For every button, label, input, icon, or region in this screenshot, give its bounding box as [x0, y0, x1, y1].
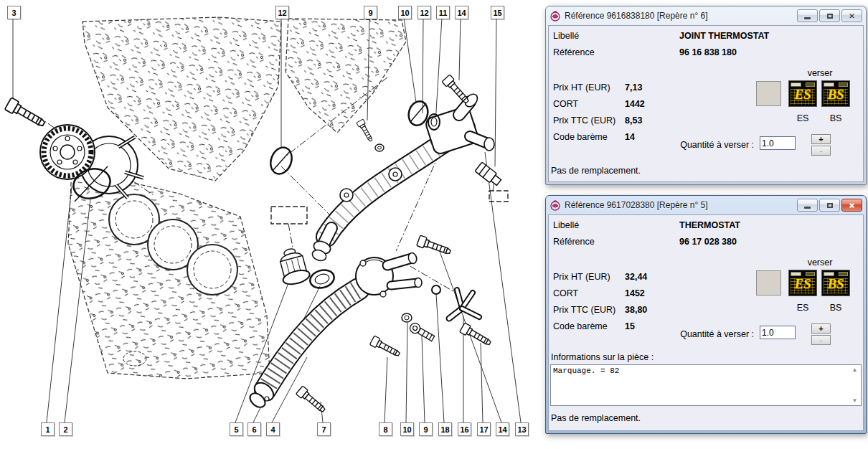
bs-icon[interactable]: BS — [821, 80, 850, 107]
callout-8[interactable]: 8 — [379, 422, 392, 436]
price-ht-value: 7,13 — [625, 82, 642, 93]
code-bareme-label: Code barème — [553, 321, 608, 331]
price-ttc-label: Prix TTC (EUR) — [553, 305, 615, 315]
bs-label: BS — [821, 113, 850, 123]
window-title: Référence 9617028380 [Repère n° 5] — [565, 200, 708, 210]
callout-4[interactable]: 4 — [266, 422, 280, 436]
close-button[interactable]: ✕ — [841, 199, 862, 212]
qty-input[interactable] — [760, 326, 796, 339]
three-way-fitting — [449, 290, 479, 318]
price-ttc-label: Prix TTC (EUR) — [553, 115, 615, 126]
window-controls: ✕ — [797, 199, 862, 212]
qty-minus-button[interactable]: - — [811, 146, 831, 156]
verser-label: verser — [787, 257, 853, 268]
price-ttc-value: 8,53 — [625, 115, 642, 126]
reference-dash-boxes — [271, 191, 508, 224]
callout-10[interactable]: 10 — [400, 422, 414, 436]
window-title: Référence 9616838180 [Repère n° 6] — [565, 11, 708, 21]
part-info-textarea[interactable]: Marquage. = 82 ▲ ▼ — [550, 364, 862, 406]
restore-button[interactable] — [819, 199, 840, 212]
qty-label: Quantité à verser : — [635, 329, 754, 339]
minimize-button[interactable] — [797, 199, 818, 212]
window-content: Libellé JOINT THERMOSTAT Référence 96 16… — [548, 25, 864, 182]
close-button[interactable]: ✕ — [841, 9, 862, 22]
restore-icon — [827, 203, 833, 208]
verser-label: verser — [787, 68, 853, 78]
scroll-up-icon[interactable]: ▲ — [850, 366, 859, 374]
price-ttc-value: 38,80 — [625, 305, 647, 315]
diagram-panel[interactable]: 3129101211141512564781091816171413 — [0, 0, 545, 449]
callout-15[interactable]: 15 — [491, 6, 504, 19]
app-icon — [549, 199, 561, 211]
callout-12[interactable]: 12 — [275, 6, 289, 19]
es-icon[interactable]: ES — [788, 80, 817, 107]
callout-1[interactable]: 1 — [41, 422, 55, 436]
no-replacement-text: Pas de remplacement. — [551, 166, 641, 176]
callout-10[interactable]: 10 — [398, 6, 412, 19]
qty-plus-button[interactable]: + — [811, 323, 831, 334]
part-info-text: Marquage. = 82 — [553, 367, 846, 375]
cort-label: CORT — [553, 288, 578, 298]
price-ht-label: Prix HT (EUR) — [553, 272, 610, 282]
callout-13[interactable]: 13 — [515, 422, 529, 436]
callout-18[interactable]: 18 — [438, 422, 452, 436]
reference-label: Référence — [553, 47, 595, 57]
bs-label: BS — [821, 303, 850, 313]
callout-16[interactable]: 16 — [458, 422, 471, 436]
price-ht-value: 32,44 — [625, 272, 647, 282]
minimize-button[interactable] — [797, 9, 818, 22]
callout-6[interactable]: 6 — [247, 422, 261, 436]
callout-3[interactable]: 3 — [7, 6, 21, 19]
es-icon[interactable]: ES — [788, 270, 817, 296]
callout-9[interactable]: 9 — [364, 6, 377, 19]
callout-12[interactable]: 12 — [418, 6, 431, 19]
callout-2[interactable]: 2 — [59, 422, 72, 436]
app-icon — [549, 10, 561, 22]
cort-value: 1442 — [625, 99, 645, 109]
callout-5[interactable]: 5 — [230, 422, 243, 436]
price-ht-label: Prix HT (EUR) — [553, 82, 610, 93]
washer — [402, 313, 412, 322]
dialog-window-thermostat: Référence 9617028380 [Repère n° 5] ✕ Lib… — [545, 195, 867, 434]
libelle-value: THERMOSTAT — [679, 220, 740, 230]
image-placeholder — [756, 81, 781, 106]
qty-minus-button[interactable]: - — [811, 335, 831, 345]
reference-value: 96 16 838 180 — [679, 47, 737, 57]
minimize-icon — [804, 207, 811, 209]
titlebar[interactable]: Référence 9617028380 [Repère n° 5] ✕ — [546, 196, 866, 214]
callout-17[interactable]: 17 — [477, 422, 491, 436]
libelle-label: Libellé — [553, 31, 579, 41]
cort-label: CORT — [553, 99, 578, 109]
callout-9[interactable]: 9 — [419, 422, 433, 436]
titlebar[interactable]: Référence 9616838180 [Repère n° 6] ✕ — [546, 6, 866, 25]
engine-block-lower — [68, 169, 270, 379]
reference-value: 96 17 028 380 — [679, 237, 737, 247]
image-placeholder — [756, 270, 781, 296]
exploded-engine-diagram — [0, 0, 545, 449]
no-replacement-text: Pas de remplacement. — [551, 413, 641, 423]
code-bareme-value: 14 — [625, 132, 635, 142]
small-bolt-washer — [357, 119, 384, 151]
small-o-ring — [432, 285, 440, 294]
parts-catalog-screen: 3129101211141512564781091816171413 Référ… — [0, 0, 868, 449]
thermostat — [275, 246, 311, 287]
lower-housing — [356, 252, 422, 297]
restore-button[interactable] — [819, 9, 840, 22]
temperature-sensor — [475, 162, 502, 187]
code-bareme-label: Code barème — [553, 132, 608, 142]
minimize-icon — [804, 17, 811, 19]
callout-11[interactable]: 11 — [436, 6, 450, 19]
qty-label: Quantité à verser : — [635, 140, 754, 150]
qty-input[interactable] — [760, 136, 796, 150]
part-info-label: Informations sur la pièce : — [551, 352, 654, 362]
window-content: Libellé THERMOSTAT Référence 96 17 028 3… — [548, 214, 864, 431]
callout-14[interactable]: 14 — [455, 6, 468, 19]
callout-14[interactable]: 14 — [496, 422, 509, 436]
window-controls: ✕ — [797, 9, 862, 22]
callout-7[interactable]: 7 — [317, 422, 331, 436]
es-label: ES — [788, 113, 817, 123]
libelle-value: JOINT THERMOSTAT — [679, 31, 769, 41]
scroll-down-icon[interactable]: ▼ — [850, 397, 859, 405]
bs-icon[interactable]: BS — [821, 270, 850, 296]
qty-plus-button[interactable]: + — [811, 134, 831, 144]
